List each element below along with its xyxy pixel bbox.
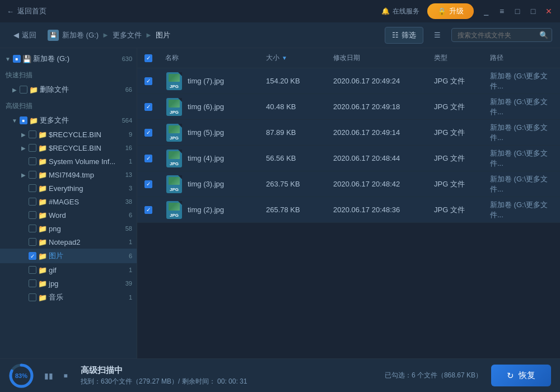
row-path: 新加卷 (G:\更多文件... xyxy=(484,148,560,169)
back-home-label[interactable]: 返回首页 xyxy=(17,6,46,16)
cb[interactable] xyxy=(29,130,36,138)
pictures-checkbox[interactable] xyxy=(29,252,36,260)
cb[interactable] xyxy=(29,184,36,192)
sidebar-item-sysvolume[interactable]: 📁 System Volume Inf... 1 xyxy=(0,155,137,168)
breadcrumb: 💾 新加卷 (G:) ► 更多文件 ► 图片 xyxy=(48,30,379,41)
cb[interactable] xyxy=(29,157,36,165)
sidebar-item-word[interactable]: 📁 Word 6 xyxy=(0,208,137,222)
table-row[interactable]: JPG timg (2).jpg 265.78 KB 2020.06.17 20… xyxy=(137,197,560,223)
cb[interactable] xyxy=(29,171,36,179)
cb[interactable] xyxy=(29,225,36,232)
cb[interactable] xyxy=(29,266,36,274)
folder-icon: 📁 xyxy=(38,130,47,139)
cb[interactable] xyxy=(29,238,36,246)
more-files-label: 更多文件 xyxy=(40,115,118,125)
search-input[interactable] xyxy=(458,31,536,39)
root-checkbox[interactable] xyxy=(13,55,21,63)
cb[interactable] xyxy=(29,144,36,152)
row-type: JPG 文件 xyxy=(428,128,484,138)
spacer xyxy=(20,239,27,245)
header-name[interactable]: 名称 xyxy=(160,48,260,68)
scan-detail-text: 找到：630个文件（279.27 MB）/ 剩余时间： 00: 00: 31 xyxy=(81,377,376,386)
header-date[interactable]: 修改日期 xyxy=(328,48,428,68)
sidebar-item-jpg[interactable]: 📁 jpg 39 xyxy=(0,277,137,290)
upgrade-button[interactable]: 🔒 升级 xyxy=(427,3,474,19)
table-row[interactable]: JPG timg (5).jpg 87.89 KB 2020.06.17 20:… xyxy=(137,120,560,146)
sidebar-item-mages[interactable]: 📁 #MAGES 38 xyxy=(0,195,137,208)
restore-window-button[interactable]: □ xyxy=(513,7,522,16)
sidebar-item-music[interactable]: 📁 音乐 1 xyxy=(0,290,137,305)
settings-button[interactable]: ≡ xyxy=(497,7,506,16)
row-checkbox[interactable] xyxy=(137,103,160,111)
breadcrumb-more-files[interactable]: 更多文件 xyxy=(113,30,142,40)
more-files-count: 564 xyxy=(122,117,132,124)
jpg-file-icon: JPG xyxy=(165,174,183,194)
item-label: jpg xyxy=(49,279,122,288)
close-button[interactable]: ✕ xyxy=(544,7,553,16)
row-checkbox[interactable] xyxy=(137,155,160,162)
table-row[interactable]: JPG timg (4).jpg 56.56 KB 2020.06.17 20:… xyxy=(137,146,560,171)
sidebar-item-pictures[interactable]: 📁 图片 6 xyxy=(0,249,137,263)
row-type: JPG 文件 xyxy=(428,205,484,215)
toggle-icon: ▼ xyxy=(11,117,18,124)
stop-button[interactable]: ■ xyxy=(59,370,72,382)
breadcrumb-root[interactable]: 新加卷 (G:) xyxy=(62,30,99,40)
filter-button[interactable]: ☷ 筛选 xyxy=(385,27,423,44)
jpg-file-icon: JPG xyxy=(165,123,183,143)
sidebar-item-notepad[interactable]: 📁 Notepad2 1 xyxy=(0,235,137,249)
restore-button[interactable]: ↻ 恢复 xyxy=(491,365,551,386)
filter-label: 筛选 xyxy=(402,30,416,40)
item-label: png xyxy=(49,225,122,233)
sidebar-item-png[interactable]: 📁 png 58 xyxy=(0,222,137,235)
more-files-checkbox[interactable] xyxy=(20,116,27,124)
back-button[interactable]: ◀ 返回 xyxy=(8,27,42,43)
nav-bar: ◀ 返回 💾 新加卷 (G:) ► 更多文件 ► 图片 ☷ 筛选 ☰ 🔍 xyxy=(0,22,560,48)
row-checkbox[interactable] xyxy=(137,77,160,85)
item-label: #MAGES xyxy=(49,198,122,206)
file-list-header: 名称 大小 ▼ 修改日期 类型 路径 xyxy=(137,48,560,68)
row-name: JPG timg (5).jpg xyxy=(160,123,260,143)
minimize-button[interactable]: ⎯ xyxy=(482,7,491,16)
spacer xyxy=(20,212,27,218)
header-path[interactable]: 路径 xyxy=(484,48,560,68)
sidebar-item-recycle-1[interactable]: ▶ 📁 $RECYCLE.BIN 9 xyxy=(0,128,137,141)
sidebar-item-gif[interactable]: 📁 gif 1 xyxy=(0,263,137,277)
row-checkbox[interactable] xyxy=(137,180,160,188)
row-type: JPG 文件 xyxy=(428,179,484,189)
table-row[interactable]: JPG timg (3).jpg 263.75 KB 2020.06.17 20… xyxy=(137,171,560,197)
row-checkbox[interactable] xyxy=(137,206,160,214)
delete-checkbox[interactable] xyxy=(20,86,27,94)
sidebar-item-more-files[interactable]: ▼ 📁 更多文件 564 xyxy=(0,113,137,128)
sidebar-item-everything[interactable]: 📁 Everything 3 xyxy=(0,181,137,195)
cb[interactable] xyxy=(29,198,36,206)
maximize-button[interactable]: □ xyxy=(529,7,538,16)
header-size[interactable]: 大小 ▼ xyxy=(260,48,328,68)
item-count: 39 xyxy=(125,280,132,287)
sidebar-item-msi[interactable]: ▶ 📁 MSI7f494.tmp 13 xyxy=(0,168,137,181)
select-all-checkbox[interactable] xyxy=(144,54,152,62)
header-type[interactable]: 类型 xyxy=(428,48,484,68)
folder-icon: 📁 xyxy=(38,197,47,206)
item-label: Notepad2 xyxy=(49,238,125,246)
row-name: JPG timg (3).jpg xyxy=(160,174,260,194)
file-area: 名称 大小 ▼ 修改日期 类型 路径 xyxy=(137,48,560,358)
cb[interactable] xyxy=(29,211,36,219)
sidebar-item-delete[interactable]: ▶ 📁 删除文件 66 xyxy=(0,82,137,97)
sidebar-item-recycle-2[interactable]: ▶ 📁 $RECYCLE.BIN 16 xyxy=(0,141,137,155)
sort-arrow-icon: ▼ xyxy=(282,55,287,61)
spacer xyxy=(20,185,27,192)
row-checkbox[interactable] xyxy=(137,129,160,137)
table-row[interactable]: JPG timg (6).jpg 40.48 KB 2020.06.17 20:… xyxy=(137,94,560,120)
online-service[interactable]: 🔔 在线服务 xyxy=(381,7,419,16)
row-date: 2020.06.17 20:48:44 xyxy=(328,154,428,162)
jpg-file-icon: JPG xyxy=(165,71,183,91)
header-check[interactable] xyxy=(137,48,160,68)
sidebar-item-root[interactable]: ▼ 💾 新加卷 (G:) 630 xyxy=(0,52,137,66)
item-label: 音乐 xyxy=(49,292,125,302)
pause-button[interactable]: ▮▮ xyxy=(43,370,55,382)
cb[interactable] xyxy=(29,293,36,301)
item-count: 38 xyxy=(125,198,132,205)
table-row[interactable]: JPG timg (7).jpg 154.20 KB 2020.06.17 20… xyxy=(137,68,560,94)
list-view-button[interactable]: ☰ xyxy=(429,27,446,44)
cb[interactable] xyxy=(29,279,36,287)
